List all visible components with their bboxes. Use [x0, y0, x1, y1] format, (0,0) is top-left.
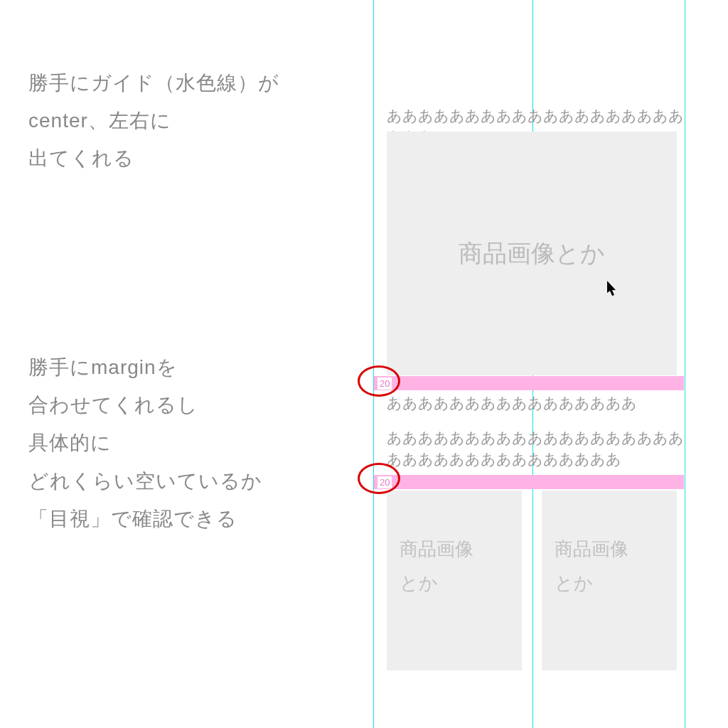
product-image-placeholder-small-left[interactable]: 商品画像とか: [387, 491, 522, 670]
margin-indicator-bar-1: [374, 376, 684, 390]
product-image-placeholder-small-right[interactable]: 商品画像とか: [542, 491, 677, 670]
placeholder-label-large: 商品画像とか: [459, 237, 605, 270]
guide-line-left: [373, 0, 374, 728]
product-image-placeholder-large[interactable]: 商品画像とか: [387, 132, 677, 375]
filler-text-middle-2[interactable]: ああああああああああああああああああああああああああああああああああ: [387, 427, 685, 471]
annotation-guides: 勝手にガイド（水色線）がcenter、左右に出てくれる: [28, 64, 279, 178]
filler-text-middle-1[interactable]: ああああああああああああああああ: [387, 392, 685, 414]
highlight-circle-2: [358, 463, 400, 494]
placeholder-label-small-left: 商品画像とか: [400, 532, 509, 600]
margin-indicator-bar-2: [374, 475, 684, 489]
annotation-margins: 勝手にmarginを合わせてくれるし具体的にどれくらい空いているか「目視」で確認…: [28, 348, 262, 537]
placeholder-label-small-right: 商品画像とか: [555, 532, 664, 600]
highlight-circle-1: [358, 365, 400, 397]
